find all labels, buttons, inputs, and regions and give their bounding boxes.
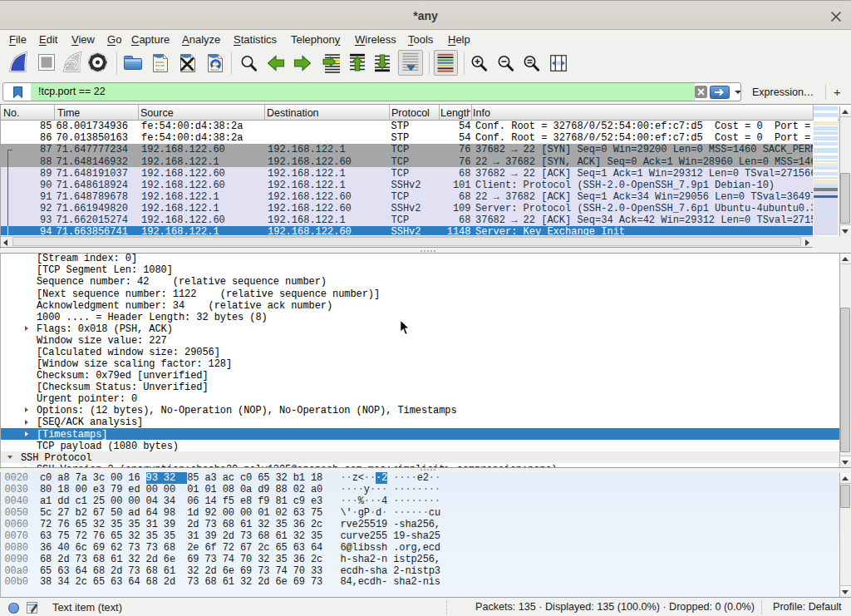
- svg-text:0111: 0111: [155, 67, 165, 71]
